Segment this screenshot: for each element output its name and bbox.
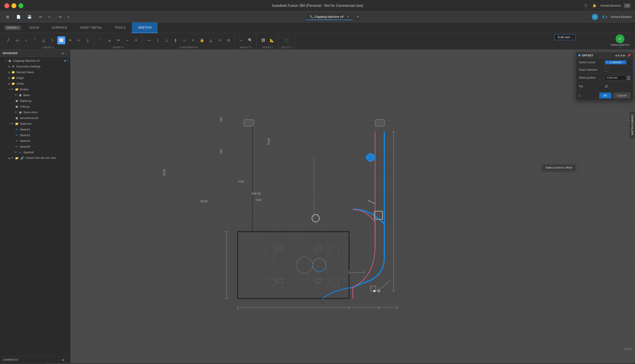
horizontal-constraint[interactable]: — bbox=[145, 36, 153, 44]
insert-dxf-tool[interactable]: 📐 bbox=[268, 36, 276, 44]
maximize-button[interactable] bbox=[19, 3, 23, 8]
badge-remove-icon[interactable]: ✕ bbox=[622, 61, 625, 64]
parallel-constraint[interactable]: ∥ bbox=[172, 36, 180, 44]
minimize-button[interactable] bbox=[12, 3, 16, 8]
undo-icon[interactable]: ↩ bbox=[37, 13, 45, 21]
line-tool[interactable]: ╱ bbox=[5, 36, 12, 44]
concentric-constraint[interactable]: ⊙ bbox=[224, 36, 232, 44]
comments-menu-icon[interactable]: ⋮ bbox=[65, 358, 68, 361]
tree-item-leftleg[interactable]: ▶ ▣ LeftLeg bbox=[0, 104, 70, 109]
eye-tower-pro[interactable]: 👁 bbox=[11, 156, 14, 160]
browser-collapse-icon[interactable]: ◀ bbox=[61, 52, 63, 55]
offset-spinner[interactable]: ⬡ bbox=[571, 36, 573, 39]
extend-tool[interactable]: ↔ bbox=[123, 36, 131, 44]
tree-item-sketch1[interactable]: ▶ ✏ Sketch1 bbox=[0, 126, 70, 132]
symmetry-constraint[interactable]: ⊣ bbox=[216, 36, 224, 44]
tab-sheet-metal[interactable]: SHEET METAL bbox=[74, 22, 109, 33]
inspect-tool[interactable]: 🔍 bbox=[246, 36, 254, 44]
tree-item-servohornlink[interactable]: ▶ ▣ servoHornLink bbox=[0, 115, 70, 121]
offset-tool[interactable]: ⬜ bbox=[57, 36, 65, 44]
lock-constraint[interactable]: 🔒 bbox=[198, 36, 206, 44]
tab-solid[interactable]: SOLID bbox=[23, 22, 46, 33]
flip-icon[interactable]: ⇄ bbox=[605, 84, 608, 89]
comments-collapse-icon[interactable]: ◀ bbox=[62, 358, 64, 361]
refresh-icon[interactable]: ↻ bbox=[67, 59, 69, 62]
redo-dropdown-icon[interactable]: ▾ bbox=[64, 13, 72, 21]
tree-item-sketch5[interactable]: ▶ ✏ Sketch5 bbox=[0, 144, 70, 150]
offset-expand-btn[interactable]: ◀◀ bbox=[615, 54, 619, 57]
tab-surface[interactable]: SURFACE bbox=[46, 22, 74, 33]
add-tab-button[interactable]: + bbox=[355, 14, 361, 20]
redo-icon[interactable]: ↪ bbox=[56, 13, 64, 21]
tree-item-tower-pro[interactable]: ▶ 👁 📁 🔗 TOWER PRO MG-995, ANA... bbox=[0, 155, 70, 161]
help-button[interactable]: ? bbox=[592, 14, 598, 20]
design-dropdown[interactable]: DESIGN ▾ bbox=[5, 25, 21, 30]
tab-tools[interactable]: TOOLS bbox=[109, 22, 132, 33]
tree-item-sketch3[interactable]: ▶ ✏ Sketch3 bbox=[0, 138, 70, 144]
offset-increment-btn[interactable]: ▲ bbox=[627, 76, 630, 78]
trim-modify-tool[interactable]: ✂ bbox=[115, 36, 122, 44]
offset-pin-btn[interactable]: 📌 bbox=[627, 54, 631, 57]
rect-tool[interactable]: ▭ bbox=[13, 36, 21, 44]
create-label[interactable]: CREATE ▾ bbox=[42, 46, 54, 50]
trim-tool[interactable]: ✂ bbox=[66, 36, 74, 44]
equal-constraint[interactable]: = bbox=[189, 36, 197, 44]
tree-item-root[interactable]: ▾ ▣ Clapping Machine v4 ◉ ↻ bbox=[0, 58, 70, 64]
apps-icon[interactable]: ⊞ bbox=[4, 13, 12, 21]
save-icon[interactable]: 💾 bbox=[26, 13, 34, 21]
ok-button[interactable]: OK bbox=[599, 92, 611, 98]
canvas-area[interactable]: 125 100 70.00 20.00 5.00 29.00 R30.00 5.… bbox=[71, 50, 635, 363]
tree-item-sketches[interactable]: ▾ 👁 📁 Sketches bbox=[0, 121, 70, 126]
mirror-tool[interactable]: ⊢ bbox=[75, 36, 83, 44]
vertical-constraint[interactable]: | bbox=[154, 36, 162, 44]
tree-item-bodies[interactable]: ▾ 👁 📁 Bodies bbox=[0, 86, 70, 92]
chamfer-tool[interactable]: ⎄ bbox=[106, 36, 114, 44]
info-button[interactable]: ℹ bbox=[579, 94, 580, 98]
offset-close-btn[interactable]: ▶▶ bbox=[621, 54, 626, 57]
eye-sketches[interactable]: 👁 bbox=[11, 122, 14, 125]
tree-item-doc-settings[interactable]: ▶ ⚙ Document Settings bbox=[0, 64, 70, 69]
offset-value-display[interactable]: -5.00 mm ⬡ bbox=[554, 34, 575, 40]
finish-sketch-button[interactable]: ✓ FINISH SKETCH ▾ bbox=[607, 34, 633, 48]
tree-item-origin[interactable]: ▶ 📁 Origin bbox=[0, 75, 70, 81]
cancel-button[interactable]: Cancel bbox=[613, 92, 630, 98]
close-button[interactable] bbox=[5, 3, 9, 8]
chain-selection-checkbox[interactable] bbox=[605, 68, 608, 72]
project-tool[interactable]: ⊥ bbox=[84, 36, 92, 44]
undo-dropdown-icon[interactable]: ▾ bbox=[45, 13, 53, 21]
help-icon[interactable]: ? bbox=[583, 3, 588, 8]
tangent-constraint[interactable]: ∩ bbox=[180, 36, 188, 44]
close-file-button[interactable]: ✕ bbox=[624, 4, 630, 8]
insert-label[interactable]: INSERT ▾ bbox=[262, 46, 273, 50]
eye-servohorn[interactable]: 👁 bbox=[15, 110, 17, 114]
eye-base[interactable]: 👁 bbox=[15, 94, 17, 96]
select-tool[interactable]: ⬚ bbox=[283, 36, 291, 44]
tree-item-sketch2[interactable]: ▶ ✏ Sketch2 bbox=[0, 132, 70, 138]
break-tool[interactable]: ⌗ bbox=[132, 36, 140, 44]
circle-tool[interactable]: ○ bbox=[22, 36, 30, 44]
tab-sketch[interactable]: SKETCH bbox=[132, 22, 158, 33]
offset-position-input[interactable] bbox=[605, 75, 626, 80]
insert-image-tool[interactable]: 🖼 bbox=[259, 36, 267, 44]
tree-item-named-views[interactable]: ▶ 📁 Named Views bbox=[0, 69, 70, 75]
arc-tool[interactable]: ⌒ bbox=[31, 36, 39, 44]
file-icon[interactable]: 📄 bbox=[15, 13, 23, 21]
tree-item-base[interactable]: ▶ 👁 ▣ Base bbox=[0, 92, 70, 98]
polygon-tool[interactable]: △ bbox=[40, 36, 48, 44]
modify-label[interactable]: MODIFY ▾ bbox=[113, 46, 124, 50]
notifications-icon[interactable]: 🔔 bbox=[591, 3, 597, 8]
offset-decrement-btn[interactable]: ▼ bbox=[627, 78, 630, 80]
perpendicular-constraint[interactable]: ⊥ bbox=[163, 36, 171, 44]
dimension-tool[interactable]: ↔ bbox=[237, 36, 245, 44]
eye-sketch6[interactable]: 👁 bbox=[15, 151, 17, 154]
select-label[interactable]: SELECT ▾ bbox=[281, 46, 292, 50]
inspect-label[interactable]: INSPECT ▾ bbox=[240, 46, 252, 50]
tree-item-rightleg[interactable]: ▶ ▣ RightLeg bbox=[0, 98, 70, 104]
vert-tab-sketch[interactable]: SKETCH CURVES bbox=[630, 112, 635, 138]
fillet-tool[interactable]: ⌒ bbox=[97, 36, 105, 44]
eye-bodies[interactable]: 👁 bbox=[11, 88, 14, 91]
tree-item-sketch6[interactable]: ▶ 👁 ✏ Sketch6 bbox=[0, 150, 70, 155]
browser-menu-icon[interactable]: ⋮ bbox=[65, 52, 68, 55]
colinear-constraint[interactable]: △ bbox=[207, 36, 215, 44]
tree-item-joints[interactable]: ▶ 📁 Joints bbox=[0, 81, 70, 86]
